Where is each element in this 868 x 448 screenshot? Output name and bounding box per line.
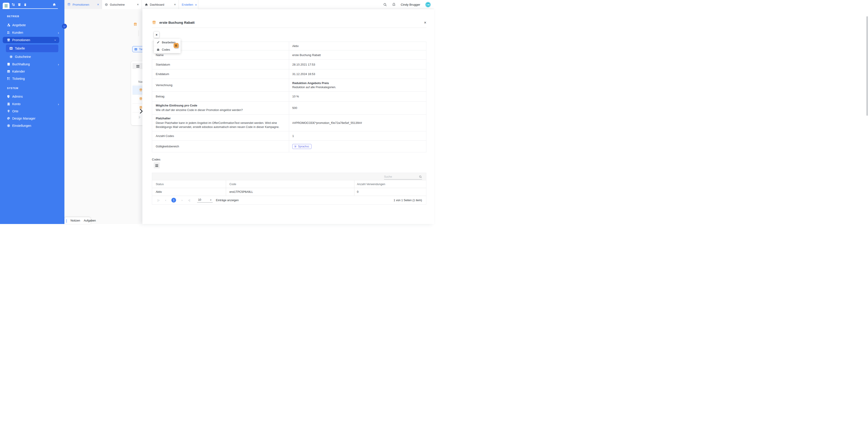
tab-label: Erstellen [182,3,193,6]
book-icon [7,62,10,66]
tab-aufgaben[interactable]: Aufgaben [84,219,96,222]
tab-label: Gutscheine [110,3,125,6]
plus-icon: + [195,3,197,6]
tab-erstellen[interactable]: Erstellen + [179,0,198,9]
table-row: Startdatum 28.10.2021 17:53 [152,60,426,69]
users-icon [7,31,10,34]
coin-icon: $ [105,3,108,6]
sidebar-item-kalender[interactable]: Kalender [0,68,64,74]
gift-icon [67,3,71,6]
prev-page-icon[interactable]: ‹ [165,198,166,202]
header-divider [152,28,426,28]
table-row: Anzahl Codes 1 [152,131,426,140]
voucher-icon [157,48,160,51]
hamburger-icon [4,4,8,5]
sidebar-item-design-manager[interactable]: Design Manager [0,116,64,121]
table-row: Name erste Buchung Rabatt [152,51,426,60]
tab-label: Promotionen [72,3,89,6]
tree-icon[interactable] [11,3,15,6]
search-icon[interactable] [419,175,422,178]
search-field [384,174,422,180]
page-number-button[interactable]: 1 [171,198,176,202]
sidebar-item-einstellungen[interactable]: Einstellungen [0,123,64,129]
hamburger-menu-button[interactable] [3,3,9,9]
sidebar-collapse-toggle[interactable]: ↔ [62,24,67,29]
sidebar-item-kunden[interactable]: Kunden › [0,30,64,35]
table-row: Aktiv [152,42,426,51]
table-row: Betrag 10 % [152,92,426,101]
toolbar-divider [138,30,139,36]
last-page-icon[interactable]: ›| [188,198,190,202]
sidebar-header [0,0,64,9]
close-icon[interactable]: × [137,3,139,6]
tab-notizen[interactable]: Notizen [70,219,80,222]
sidebar-item-gutscheine[interactable]: $ Gutscheine [0,54,64,60]
sidebar-item-konto[interactable]: Konto › [0,101,64,107]
first-page-icon[interactable]: |‹ [158,198,160,202]
page-size-label: Einträge anzeigen [216,199,239,202]
drag-dots-icon[interactable] [66,219,67,222]
header-underline [2,8,58,9]
sidebar-nav: BETRIEB Angebote Kunden › Promotionen › … [0,9,64,224]
user-name[interactable]: Cindy Brugger [401,3,420,6]
chevron-right-icon: › [58,31,59,34]
codes-pagination: |‹ ‹ 1 › ›| 10 ▾ Einträge anzeigen 1 von… [152,196,426,204]
codes-data-row[interactable]: Aktiv erst1TPC5P6A9LL 0 [152,188,426,196]
bottom-dock: Notizen Aufgaben [64,217,91,224]
section-title-betrieb: BETRIEB [7,15,19,18]
column-code[interactable]: Code [226,180,354,188]
next-page-icon[interactable]: › [182,198,183,202]
bell-icon[interactable] [392,3,396,6]
home-icon[interactable] [53,3,56,6]
sidebar-item-tabelle[interactable]: Tabelle [6,44,58,52]
table-row: Mögliche Einlösung pro Code Wie oft darf… [152,101,426,115]
tab-promotionen[interactable]: Promotionen × [64,0,102,9]
archive-icon[interactable] [18,3,21,6]
sidebar-item-orte[interactable]: Orte [0,108,64,114]
codes-section-title: Codes [152,158,160,161]
user-area: Cindy Brugger CB [383,0,431,9]
search-input[interactable] [384,175,419,178]
shield-icon [7,95,10,98]
sidebar-item-ticketing[interactable]: Ticketing [0,76,64,82]
gift-icon [139,88,143,92]
close-icon[interactable]: × [174,3,176,6]
menu-icon[interactable] [136,64,140,68]
column-status[interactable]: Status [152,183,226,186]
trash-icon[interactable] [24,3,27,6]
sprachschule-badge[interactable]: Sprachsc [292,144,311,149]
qr-icon [7,77,10,81]
search-icon[interactable] [383,3,387,6]
close-icon[interactable]: × [424,21,426,25]
tab-gutscheine[interactable]: $ Gutscheine × [102,0,142,9]
building-icon [7,102,10,106]
table-icon [9,46,13,50]
gift-icon [152,20,156,25]
pencil-icon [157,41,160,44]
calendar-icon [7,70,10,73]
menu-close-button[interactable]: × [154,32,159,38]
gift-icon [139,97,143,101]
close-icon: × [156,33,157,37]
avatar[interactable]: CB [425,2,431,7]
cubes-icon [7,23,10,27]
panel-expand-chevron[interactable] [140,109,143,114]
gear-icon [7,124,10,127]
codes-menu-button[interactable] [154,162,160,168]
top-bar: Promotionen × $ Gutscheine × Dashboard ×… [0,0,434,9]
promotion-detail-panel: erste Buchung Rabatt × × Bearbeiten Code… [143,9,434,224]
sidebar-item-promotionen[interactable]: Promotionen › [3,37,59,43]
tab-dashboard[interactable]: Dashboard × [142,0,179,9]
sidebar-item-buchhaltung[interactable]: Buchhaltung › [0,61,64,67]
sidebar-item-admins[interactable]: Admins [0,94,64,99]
table-row: Enddatum 31.12.2024 16:53 [152,69,426,79]
close-icon[interactable]: × [97,3,99,6]
gift-icon [7,38,10,42]
radio-icon [294,145,297,148]
sidebar-item-angebote[interactable]: Angebote [0,22,64,28]
palette-icon [7,117,10,120]
column-uses[interactable]: Anzahl Verwendungen [354,180,426,188]
chevron-right-icon: › [58,63,59,66]
page-size-select[interactable]: 10 ▾ [197,198,213,202]
codes-table: Status Code Anzahl Verwendungen Aktiv er… [152,173,426,204]
